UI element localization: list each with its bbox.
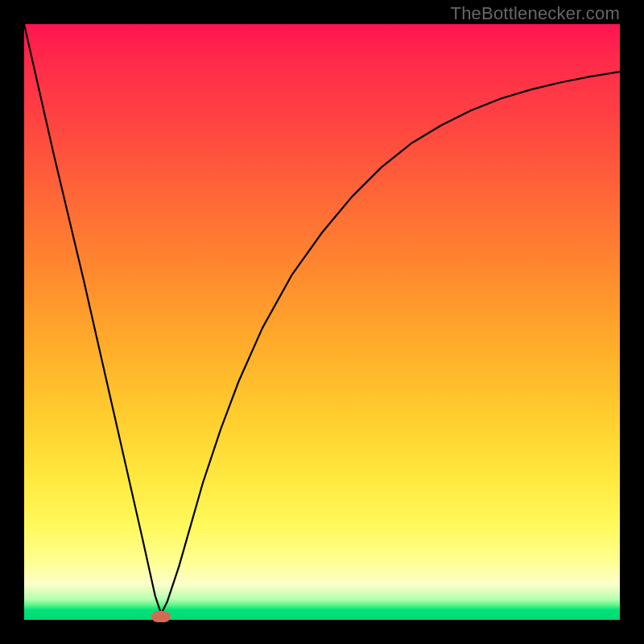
chart-frame: TheBottlenecker.com bbox=[0, 0, 644, 644]
watermark-text: TheBottlenecker.com bbox=[451, 3, 620, 24]
bottleneck-curve bbox=[24, 24, 620, 614]
curve-svg bbox=[24, 24, 620, 620]
minimum-marker bbox=[151, 611, 171, 622]
plot-area bbox=[24, 24, 620, 620]
